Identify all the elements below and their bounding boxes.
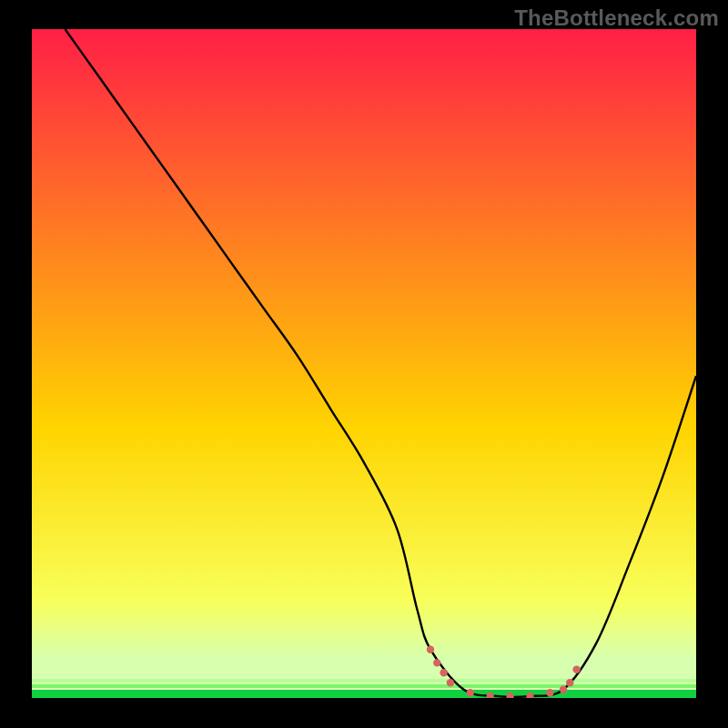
curve-marker (572, 666, 580, 673)
light-stripe-1 (32, 679, 696, 682)
curve-marker (566, 679, 573, 686)
green-band (32, 690, 696, 698)
chart-frame: TheBottleneck.com (0, 0, 728, 728)
curve-marker (560, 686, 567, 693)
curve-marker (427, 646, 434, 653)
bottleneck-plot (0, 0, 728, 728)
curve-marker (546, 689, 553, 696)
watermark-text: TheBottleneck.com (514, 5, 719, 31)
curve-marker (433, 659, 440, 666)
curve-marker (467, 689, 474, 696)
curve-marker (440, 669, 447, 676)
light-stripe-2 (32, 684, 696, 688)
curve-marker (447, 679, 454, 686)
plot-gradient-area (32, 29, 696, 693)
